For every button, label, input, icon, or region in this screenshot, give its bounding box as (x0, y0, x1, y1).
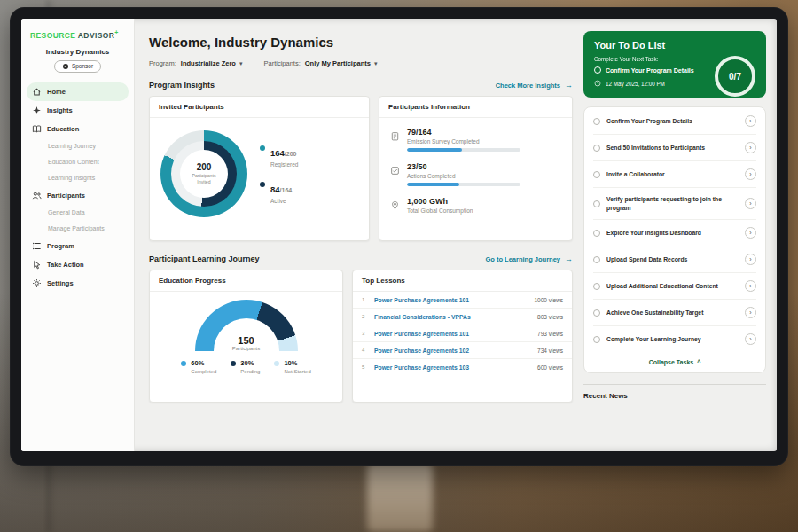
legend-completed: 60% Completed (181, 359, 216, 374)
donut-center-label: Participants Invited (186, 173, 222, 185)
chevron-down-icon: ▾ (239, 60, 243, 67)
legend-label: Registered (270, 161, 298, 168)
lesson-row[interactable]: 1 Power Purchase Agreements 101 1000 vie… (353, 292, 572, 309)
todo-progress-value: 0/7 (729, 72, 741, 82)
filter-bar: Program: Industrialize Zero ▾ Participan… (149, 59, 573, 67)
sidebar-item-manage-participants[interactable]: Manage Participants (21, 221, 134, 237)
sidebar-item-general-data[interactable]: General Data (21, 205, 134, 221)
sidebar-item-education[interactable]: Education (27, 120, 129, 138)
task-row[interactable]: Verify participants requesting to join t… (593, 188, 756, 220)
sponsor-badge-label: Sponsor (72, 63, 93, 69)
chevron-right-icon[interactable]: › (745, 280, 756, 292)
chevron-right-icon[interactable]: › (745, 142, 756, 153)
sidebar-item-label: Education (47, 125, 79, 133)
legend-value: 60% (191, 359, 216, 367)
checkbox-icon[interactable] (593, 171, 600, 178)
task-label: Confirm Your Program Details (606, 117, 739, 126)
checkbox-icon[interactable] (593, 230, 600, 237)
chevron-right-icon[interactable]: › (745, 227, 756, 239)
sidebar-item-take-action[interactable]: Take Action (27, 255, 129, 274)
sidebar-item-learning-journey[interactable]: Learning Journey (21, 138, 134, 154)
sidebar-item-home[interactable]: Home (27, 82, 129, 101)
app-logo: RESOURCE ADVISOR+ (21, 27, 134, 40)
participants-icon (32, 191, 42, 200)
page-title: Welcome, Industry Dynamics (149, 35, 573, 50)
chevron-right-icon[interactable]: › (745, 115, 756, 127)
sidebar-item-label: Insights (47, 106, 73, 114)
sidebar-item-label: Take Action (47, 261, 84, 269)
checkbox-icon[interactable] (593, 200, 600, 207)
chevron-down-icon: ▾ (374, 60, 378, 67)
sidebar-item-learning-insights[interactable]: Learning Insights (21, 170, 134, 186)
lesson-title-link[interactable]: Power Purchase Agreements 101 (374, 331, 530, 337)
info-card-title: Participants Information (379, 97, 572, 118)
legend-registered: 164/200 Registered (260, 144, 298, 168)
lesson-title-link[interactable]: Power Purchase Agreements 102 (374, 348, 530, 354)
task-label: Send 50 Invitations to Participants (606, 144, 739, 153)
chevron-right-icon[interactable]: › (745, 307, 756, 318)
legend-value: 10% (284, 359, 310, 367)
task-row[interactable]: Send 50 Invitations to Participants › (593, 135, 756, 161)
check-square-icon (390, 163, 400, 173)
program-filter[interactable]: Program: Industrialize Zero ▾ (149, 59, 242, 67)
progress-track (407, 183, 520, 186)
legend-pending: 30% Pending (231, 359, 260, 374)
task-row[interactable]: Complete Your Learning Journey › (593, 326, 756, 352)
checkbox-icon[interactable] (593, 145, 600, 152)
desk-scene: RESOURCE ADVISOR+ Industry Dynamics Spon… (0, 0, 798, 532)
participants-filter-value: Only My Participants (305, 59, 371, 67)
legend-dot (181, 361, 186, 366)
sidebar: RESOURCE ADVISOR+ Industry Dynamics Spon… (21, 19, 135, 451)
lesson-row[interactable]: 2 Financial Considerations - VPPAs 803 v… (353, 309, 572, 325)
checkbox-icon[interactable] (593, 309, 600, 317)
chevron-right-icon[interactable]: › (745, 333, 756, 345)
participants-filter[interactable]: Participants: Only My Participants ▾ (263, 59, 377, 67)
chevron-right-icon[interactable]: › (745, 168, 756, 180)
legend-active: 84/164 Active (260, 180, 298, 204)
sidebar-item-settings[interactable]: Settings (27, 274, 129, 293)
lesson-title-link[interactable]: Financial Considerations - VPPAs (374, 314, 530, 320)
task-row[interactable]: Upload Spend Data Records › (593, 246, 756, 273)
checkbox-icon[interactable] (593, 336, 600, 343)
todo-progress-ring: 0/7 (715, 56, 755, 97)
checkbox-icon[interactable] (593, 283, 600, 290)
invited-donut-inner: 200 Participants Invited (171, 141, 237, 207)
task-label: Upload Spend Data Records (606, 255, 739, 264)
info-value: 1,000 GWh (407, 197, 473, 206)
legend-value: 164 (270, 148, 285, 158)
lesson-row[interactable]: 5 Power Purchase Agreements 103 600 view… (353, 359, 572, 375)
sidebar-item-education-content[interactable]: Education Content (21, 154, 134, 170)
go-to-learning-journey-link[interactable]: Go to Learning Journey → (485, 254, 573, 263)
sponsor-badge[interactable]: Sponsor (54, 60, 101, 73)
info-value: 23/50 (407, 162, 520, 171)
legend-value: 84 (270, 184, 280, 194)
sidebar-item-label: Home (47, 88, 66, 96)
legend-dot (260, 145, 265, 151)
chevron-right-icon[interactable]: › (745, 198, 756, 209)
chevron-right-icon[interactable]: › (745, 254, 756, 265)
lesson-title-link[interactable]: Power Purchase Agreements 103 (374, 364, 530, 371)
todo-due-date: 12 May 2025, 12:00 PM (606, 81, 665, 87)
task-row[interactable]: Confirm Your Program Details › (593, 108, 756, 135)
lesson-row[interactable]: 3 Power Purchase Agreements 101 793 view… (353, 325, 572, 342)
sidebar-item-insights[interactable]: Insights (27, 101, 129, 120)
program-filter-label: Program: (149, 59, 176, 67)
checkbox-icon[interactable] (593, 256, 600, 263)
task-label: Verify participants requesting to join t… (606, 195, 739, 212)
sidebar-item-program[interactable]: Program (27, 237, 129, 255)
collapse-tasks-button[interactable]: Collapse Tasks ^ (593, 352, 756, 370)
chevron-up-icon: ^ (697, 359, 700, 365)
participants-filter-label: Participants: (263, 59, 300, 67)
checkbox-icon[interactable] (594, 66, 601, 74)
checkbox-icon[interactable] (593, 118, 600, 125)
task-label: Achieve One Sustainability Target (606, 309, 739, 317)
check-more-insights-link[interactable]: Check More Insights → (496, 81, 573, 90)
sidebar-item-label: Program (47, 242, 74, 250)
task-row[interactable]: Achieve One Sustainability Target › (593, 300, 756, 326)
task-row[interactable]: Upload Additional Educational Content › (593, 273, 756, 300)
sidebar-item-participants[interactable]: Participants (27, 186, 129, 205)
task-row[interactable]: Invite a Collaborator › (593, 161, 756, 188)
lesson-row[interactable]: 4 Power Purchase Agreements 102 734 view… (353, 342, 572, 359)
task-row[interactable]: Explore Your Insights Dashboard › (593, 220, 756, 246)
lesson-title-link[interactable]: Power Purchase Agreements 101 (374, 297, 527, 303)
